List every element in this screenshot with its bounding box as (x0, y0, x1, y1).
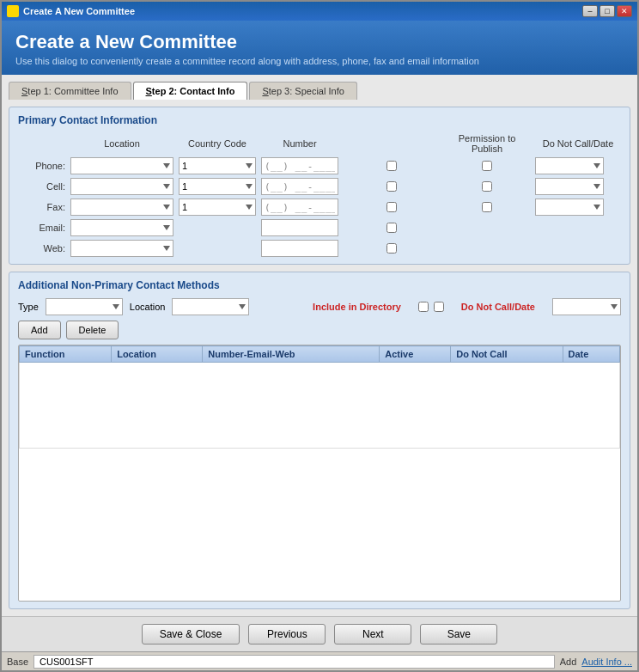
cell-permission-checkbox[interactable] (386, 181, 397, 192)
additional-donotcall-checkbox[interactable] (434, 302, 444, 312)
cell-date-select[interactable] (535, 178, 604, 195)
fax-donotcall-checkbox[interactable] (482, 202, 492, 212)
save-button[interactable]: Save (420, 624, 497, 645)
col-donotcall-header: Do Not Call/Date (535, 138, 621, 149)
email-label: Email: (18, 223, 65, 233)
close-button[interactable]: ✕ (617, 5, 632, 17)
fax-donotcall-cell (444, 202, 530, 212)
add-button[interactable]: Add (18, 321, 61, 339)
additional-contact-section: Additional Non-Primary Contact Methods T… (9, 272, 630, 609)
fax-location-select[interactable] (70, 199, 173, 216)
web-label: Web: (18, 243, 65, 254)
primary-contact-section: Primary Contact Information Location Cou… (9, 107, 630, 265)
window-controls: – □ ✕ (582, 5, 632, 17)
additional-controls-row: Type Location Include in Directory Do No… (18, 298, 621, 315)
tabs-row: Step 1: Committee Info Step 2: Contact I… (9, 82, 630, 100)
phone-label: Phone: (18, 161, 65, 171)
cell-number-input[interactable] (261, 178, 338, 195)
tab-contact-info[interactable]: Step 2: Contact Info (133, 82, 248, 100)
cell-date-cell (535, 178, 621, 195)
fax-permission-cell (344, 202, 439, 212)
main-window: Create A New Committee – □ ✕ Create a Ne… (0, 0, 639, 672)
col-location-th-header: Location (112, 346, 203, 363)
tab-committee-info[interactable]: Step 1: Committee Info (9, 82, 131, 100)
phone-permission-checkbox[interactable] (386, 161, 397, 171)
panels-area: Primary Contact Information Location Cou… (9, 107, 630, 609)
cell-donotcall-cell (444, 181, 530, 192)
empty-row (20, 363, 620, 449)
phone-date-cell (535, 157, 621, 174)
cell-permission-cell (344, 181, 439, 192)
phone-number-input[interactable] (261, 157, 338, 174)
maximize-button[interactable]: □ (599, 5, 615, 17)
fax-country-select[interactable]: 1 (179, 199, 256, 216)
col-location-header: Location (70, 138, 173, 149)
additional-contact-title: Additional Non-Primary Contact Methods (18, 279, 621, 291)
include-controls (418, 302, 444, 312)
contact-grid: Location Country Code Number Permission … (18, 133, 621, 257)
email-location-select[interactable] (70, 219, 173, 236)
header-area: Create a New Committee Use this dialog t… (2, 21, 637, 75)
minimize-button[interactable]: – (582, 5, 598, 17)
phone-donotcall-cell (444, 161, 530, 171)
email-permission-checkbox[interactable] (386, 223, 397, 233)
title-bar: Create A New Committee – □ ✕ (2, 2, 637, 21)
web-input[interactable] (261, 240, 338, 257)
include-dir-area: Include in Directory Do Not Call/Date (313, 298, 621, 315)
fax-number-input[interactable] (261, 199, 338, 216)
additional-location-select[interactable] (172, 298, 249, 315)
window-title: Create A New Committee (23, 6, 135, 16)
col-permission-header: Permission to Publish (444, 133, 530, 154)
add-delete-row: Add Delete (18, 321, 621, 339)
email-input[interactable] (261, 219, 338, 236)
email-permission-cell (344, 223, 439, 233)
web-permission-cell (344, 243, 439, 254)
type-select[interactable] (46, 298, 123, 315)
phone-country-select[interactable]: 1 (179, 157, 256, 174)
type-label: Type (18, 302, 39, 312)
col-number-header: Number (261, 138, 338, 149)
base-label: Base (7, 657, 28, 667)
tab-special-info[interactable]: Step 3: Special Info (249, 82, 356, 100)
fax-permission-checkbox[interactable] (386, 202, 397, 212)
phone-donotcall-checkbox[interactable] (482, 161, 492, 171)
primary-contact-title: Primary Contact Information (18, 114, 621, 126)
phone-permission-cell (344, 161, 439, 171)
fax-date-cell (535, 199, 621, 216)
delete-button[interactable]: Delete (66, 321, 119, 339)
page-title: Create a New Committee (15, 31, 624, 53)
location-label: Location (130, 302, 166, 312)
col-countrycode-header: Country Code (179, 138, 256, 149)
col-function-header: Function (20, 346, 112, 363)
bottom-bar: Save & Close Previous Next Save (2, 616, 637, 651)
save-close-button[interactable]: Save & Close (142, 624, 240, 645)
add-label: Add (560, 657, 577, 667)
window-icon (7, 5, 19, 17)
col-active-header: Active (380, 346, 451, 363)
main-content: Step 1: Committee Info Step 2: Contact I… (2, 75, 637, 616)
previous-button[interactable]: Previous (248, 624, 326, 645)
cell-donotcall-checkbox[interactable] (482, 181, 492, 192)
col-number-email-header: Number-Email-Web (203, 346, 380, 363)
col-donotcall-th-header: Do Not Call (451, 346, 563, 363)
page-subtitle: Use this dialog to conveniently create a… (15, 56, 624, 66)
audit-info-link[interactable]: Audit Info ... (581, 657, 632, 667)
donotcall-date-label: Do Not Call/Date (461, 302, 535, 312)
phone-location-select[interactable] (70, 157, 173, 174)
include-dir-label: Include in Directory (313, 302, 401, 312)
web-location-select[interactable] (70, 240, 173, 257)
web-permission-checkbox[interactable] (386, 243, 397, 254)
include-dir-checkbox[interactable] (418, 302, 429, 312)
next-button[interactable]: Next (334, 624, 411, 645)
additional-date-select[interactable] (552, 298, 621, 315)
additional-contact-table: Function Location Number-Email-Web Activ… (18, 345, 621, 602)
cell-label: Cell: (18, 181, 65, 192)
cell-location-select[interactable] (70, 178, 173, 195)
fax-label: Fax: (18, 202, 65, 212)
col-date-header: Date (563, 346, 619, 363)
phone-date-select[interactable] (535, 157, 604, 174)
fax-date-select[interactable] (535, 199, 604, 216)
cell-country-select[interactable]: 1 (179, 178, 256, 195)
base-value: CUS001SFT (33, 655, 555, 669)
status-bar: Base CUS001SFT Add Audit Info ... (2, 651, 637, 670)
